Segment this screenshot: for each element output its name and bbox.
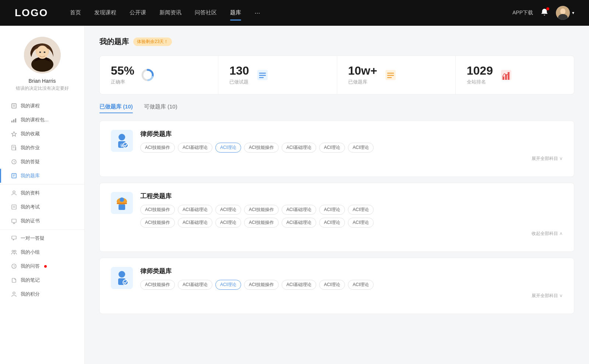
tag-active[interactable]: ACI理论 [215, 280, 241, 290]
sidebar-item-exam[interactable]: 我的考试 [0, 200, 84, 214]
sidebar-item-certificate[interactable]: 我的证书 [0, 214, 84, 228]
nav-news[interactable]: 新闻资讯 [159, 8, 181, 18]
engineer-icon-svg [113, 194, 131, 212]
bank-icon-person-2 [111, 267, 133, 289]
nav-discover[interactable]: 发现课程 [94, 8, 116, 18]
sidebar-item-homework[interactable]: 我的作业 [0, 141, 84, 155]
sidebar-item-group[interactable]: 我的小组 [0, 245, 84, 259]
svg-rect-9 [12, 104, 16, 108]
tag[interactable]: ACI技能操作 [244, 205, 279, 215]
svg-point-32 [12, 250, 14, 252]
sidebar-divider [0, 184, 84, 185]
tag[interactable]: ACI技能操作 [140, 143, 175, 153]
app-download-button[interactable]: APP下载 [512, 10, 533, 16]
tag[interactable]: ACI基础理论 [178, 205, 212, 215]
svg-point-25 [13, 191, 15, 193]
sidebar-divider-2 [0, 229, 84, 230]
tag[interactable]: ACI基础理论 [178, 143, 212, 153]
sidebar-item-course-package[interactable]: 我的课程包... [0, 113, 84, 127]
tag[interactable]: ACI基础理论 [282, 218, 316, 228]
list-icon [255, 68, 270, 82]
nav-home[interactable]: 首页 [70, 8, 81, 18]
notification-bell[interactable] [540, 8, 549, 18]
tab-available-banks[interactable]: 可做题库 (10) [144, 103, 177, 113]
sidebar-item-profile[interactable]: 我的资料 [0, 186, 84, 200]
tag[interactable]: ACI技能操作 [140, 205, 175, 215]
tag[interactable]: ACI基础理论 [282, 205, 316, 215]
tag[interactable]: ACI技能操作 [140, 218, 175, 228]
bank-title-3: 律师类题库 [140, 267, 563, 275]
tag[interactable]: ACI理论 [348, 205, 374, 215]
stat-rank: 1029 全站排名 [456, 56, 574, 94]
bank-card-header-2: 工程类题库 ACI技能操作 ACI基础理论 ACI理论 ACI技能操作 ACI基… [111, 192, 563, 237]
svg-rect-13 [13, 119, 14, 122]
donut-chart-icon [140, 68, 155, 82]
sidebar-item-label: 我的课程 [21, 103, 40, 109]
svg-text:?: ? [13, 265, 15, 268]
sidebar-item-1on1[interactable]: 一对一答疑 [0, 231, 84, 245]
tag[interactable]: ACI技能操作 [244, 280, 279, 290]
tag[interactable]: ACI基础理论 [282, 143, 316, 153]
sidebar-item-label: 我的积分 [21, 291, 40, 297]
tag[interactable]: ACI理论 [319, 280, 345, 290]
sidebar-item-course[interactable]: 我的课程 [0, 99, 84, 113]
tab-done-banks[interactable]: 已做题库 (10) [99, 103, 133, 113]
note-icon [383, 68, 398, 82]
sidebar-item-label: 我的证书 [21, 218, 40, 224]
svg-point-54 [119, 134, 125, 140]
tag[interactable]: ACI技能操作 [244, 218, 279, 228]
tag[interactable]: ACI理论 [348, 280, 374, 290]
nav-qa[interactable]: 问答社区 [195, 8, 217, 18]
sidebar-item-quizbank[interactable]: 我的题库 [0, 169, 84, 183]
tag[interactable]: ACI理论 [348, 143, 374, 153]
tag[interactable]: ACI理论 [319, 218, 345, 228]
question-icon: ? [11, 159, 17, 165]
sidebar-item-notes[interactable]: 我的笔记 [0, 273, 84, 287]
notes-icon [11, 277, 17, 283]
sidebar-item-myqa[interactable]: ? 我的问答 [0, 259, 84, 273]
nav-quiz[interactable]: 题库 [230, 8, 241, 18]
exam-icon [11, 204, 17, 210]
svg-point-63 [119, 271, 125, 278]
bank-card-header-1: 律师类题库 ACI技能操作 ACI基础理论 ACI理论 ACI技能操作 ACI基… [111, 130, 563, 162]
list-svg [256, 68, 269, 82]
sidebar-item-qa[interactable]: ? 我的答疑 [0, 155, 84, 169]
sidebar-item-label: 一对一答疑 [21, 235, 45, 242]
sidebar-item-label: 我的资料 [21, 190, 40, 196]
logo[interactable]: LOGO [15, 7, 48, 19]
user-avatar-nav[interactable]: ▾ [556, 6, 574, 20]
cert-icon [11, 218, 17, 224]
nav-more[interactable]: ··· [254, 8, 260, 18]
notification-dot [546, 7, 549, 10]
svg-rect-29 [12, 219, 16, 222]
bank-title-2: 工程类题库 [140, 192, 563, 200]
svg-rect-12 [11, 121, 13, 122]
sidebar-item-label: 我的笔记 [21, 277, 40, 283]
tag[interactable]: ACI基础理论 [178, 218, 212, 228]
nav-open-course[interactable]: 公开课 [130, 8, 146, 18]
expand-link-3[interactable]: 展开全部科目 ∨ [140, 293, 563, 299]
tag[interactable]: ACI技能操作 [244, 143, 279, 153]
tag[interactable]: ACI理论 [319, 205, 345, 215]
sidebar-item-points[interactable]: 我的积分 [0, 287, 84, 301]
tag[interactable]: ACI理论 [215, 218, 241, 228]
user-avatar-image [24, 37, 61, 74]
stat-banks-label: 已做题库 [348, 79, 377, 85]
navbar-right: APP下载 ▾ [512, 6, 574, 20]
tag[interactable]: ACI基础理论 [178, 280, 212, 290]
svg-point-38 [13, 292, 15, 294]
tag[interactable]: ACI技能操作 [140, 280, 175, 290]
collapse-link-2[interactable]: 收起全部科目 ∧ [140, 231, 563, 237]
tag[interactable]: ACI理论 [319, 143, 345, 153]
tag[interactable]: ACI基础理论 [282, 280, 316, 290]
stat-accuracy: 55% 正确率 [100, 56, 218, 94]
stat-questions: 130 已做试题 [218, 56, 337, 94]
tag-active[interactable]: ACI理论 [215, 143, 241, 153]
svg-rect-14 [15, 118, 16, 122]
stat-banks-value: 10w+ [348, 65, 377, 76]
tag[interactable]: ACI理论 [348, 218, 374, 228]
sidebar-item-favorites[interactable]: 我的收藏 [0, 127, 84, 141]
expand-link-1[interactable]: 展开全部科目 ∨ [140, 156, 563, 162]
donut-svg [141, 68, 155, 82]
tag[interactable]: ACI理论 [215, 205, 241, 215]
